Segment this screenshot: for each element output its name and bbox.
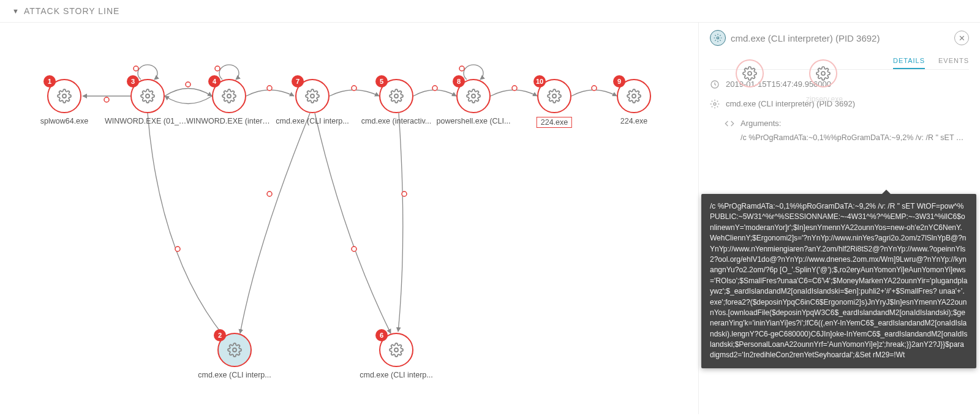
collapse-icon[interactable]: ▼ <box>12 7 19 15</box>
bg-node-label: zipserv.exe <box>806 95 843 103</box>
node-badge: 6 <box>375 329 388 341</box>
svg-point-21 <box>632 94 636 98</box>
svg-point-3 <box>352 86 356 91</box>
section-title: ATTACK STORY LINE <box>24 6 120 16</box>
graph-node-n4[interactable]: 4WINWORD.EXE (intera... <box>212 79 246 113</box>
svg-point-8 <box>215 66 220 71</box>
node-label: cmd.exe (CLI interp... <box>198 371 271 379</box>
svg-point-24 <box>748 72 752 75</box>
svg-point-13 <box>402 191 407 196</box>
graph-edges <box>0 23 698 414</box>
node-label: 224.exe <box>537 117 572 128</box>
svg-point-18 <box>394 94 398 98</box>
graph-node-n9[interactable]: 9224.exe <box>617 79 651 113</box>
svg-point-1 <box>186 82 190 87</box>
graph-node-n1[interactable]: 1splwow64.exe <box>47 79 81 113</box>
node-badge: 1 <box>43 75 56 87</box>
bg-node-icon <box>736 59 764 87</box>
arguments-label: Arguments: <box>741 119 781 128</box>
svg-point-6 <box>592 86 597 91</box>
gear-icon <box>710 30 726 46</box>
bg-node-icon <box>809 59 837 87</box>
graph-node-n5[interactable]: 5cmd.exe (interactiv... <box>379 79 413 113</box>
svg-point-2 <box>267 86 272 91</box>
graph-node-n8[interactable]: 8powershell.exe (CLI... <box>456 79 491 113</box>
svg-point-22 <box>233 348 236 352</box>
svg-point-15 <box>146 94 149 98</box>
graph-node-n3[interactable]: 3WINWORD.EXE (01_19_. <box>130 79 165 113</box>
panel-header: cmd.exe (CLI interpreter) (PID 3692) ✕ <box>710 30 969 46</box>
svg-point-0 <box>104 97 109 102</box>
svg-point-26 <box>717 37 719 39</box>
clock-icon <box>710 80 720 89</box>
node-badge: 10 <box>533 75 546 87</box>
graph-node-n6[interactable]: 6cmd.exe (CLI interp... <box>379 333 413 367</box>
node-label: WINWORD.EXE (01_19_. <box>105 117 190 125</box>
code-icon <box>725 119 734 128</box>
svg-point-12 <box>352 247 356 251</box>
svg-point-16 <box>227 94 231 98</box>
tab-details[interactable]: DETAILS <box>893 57 925 69</box>
svg-point-14 <box>62 94 66 98</box>
section-header: ▼ ATTACK STORY LINE <box>0 0 980 23</box>
node-label: powershell.exe (CLI... <box>437 117 511 125</box>
svg-point-5 <box>512 86 517 91</box>
tab-events[interactable]: EVENTS <box>938 57 969 69</box>
node-label: splwow64.exe <box>40 117 89 125</box>
node-label: cmd.exe (CLI interp... <box>360 371 433 379</box>
node-badge: 2 <box>214 329 226 341</box>
graph-node-n10[interactable]: 10224.exe <box>537 79 571 113</box>
svg-point-20 <box>552 94 556 98</box>
main-content: 1splwow64.exe3WINWORD.EXE (01_19_.4WINWO… <box>0 23 980 414</box>
graph-node-n7[interactable]: 7cmd.exe (CLI interp... <box>295 79 330 113</box>
svg-point-4 <box>432 86 437 91</box>
svg-point-23 <box>394 348 398 352</box>
node-badge: 7 <box>292 75 304 87</box>
svg-point-25 <box>821 72 825 75</box>
node-badge: 9 <box>613 75 625 87</box>
node-badge: 3 <box>127 75 139 87</box>
svg-point-19 <box>472 94 475 98</box>
detail-arguments: Arguments: <box>725 119 969 128</box>
node-label: 224.exe <box>620 117 647 125</box>
panel-title: cmd.exe (CLI interpreter) (PID 3692) <box>731 33 880 43</box>
node-label: cmd.exe (interactiv... <box>361 117 431 125</box>
node-badge: 5 <box>375 75 388 87</box>
svg-point-7 <box>134 66 138 71</box>
gear-icon <box>710 99 720 109</box>
node-badge: 4 <box>208 75 221 87</box>
node-label: cmd.exe (CLI interp... <box>276 117 349 125</box>
svg-point-10 <box>175 247 180 251</box>
arguments-preview: /c %PrOgRamdATa:~0,1%%pRoGramDaTA:~9,2% … <box>741 133 969 142</box>
graph-node-n2[interactable]: 2cmd.exe (CLI interp... <box>217 333 252 367</box>
svg-point-17 <box>311 94 314 98</box>
graph-area[interactable]: 1splwow64.exe3WINWORD.EXE (01_19_.4WINWO… <box>0 23 698 414</box>
node-label: WINWORD.EXE (intera... <box>186 117 272 125</box>
svg-point-9 <box>459 66 464 71</box>
svg-point-28 <box>714 103 716 105</box>
details-panel: zipserv.exe cmd.exe (CLI interpreter) (P… <box>698 23 980 414</box>
arguments-tooltip: /c %PrOgRamdATa:~0,1%%pRoGramDaTA:~9,2% … <box>701 194 976 368</box>
close-button[interactable]: ✕ <box>954 31 969 45</box>
svg-point-11 <box>267 191 272 196</box>
node-badge: 8 <box>453 75 465 87</box>
